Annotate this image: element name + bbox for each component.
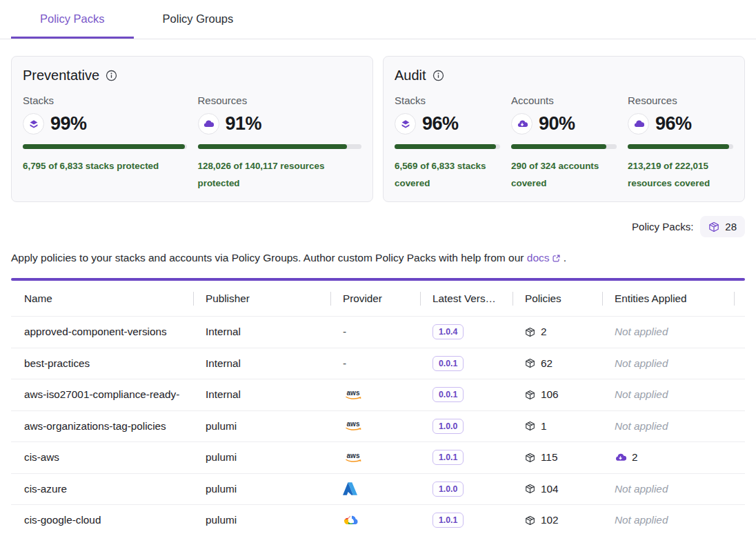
table-row[interactable]: cis-google-cloud pulumi 1.0.1 102 Not ap… bbox=[11, 504, 745, 536]
policies-count: 102 bbox=[541, 514, 559, 526]
pack-name[interactable]: aws-iso27001-compliance-ready- bbox=[11, 388, 193, 401]
metric-percent: 91% bbox=[226, 113, 262, 135]
table-row[interactable]: aws-iso27001-compliance-ready- Internal … bbox=[11, 379, 745, 410]
intro-before: Apply policies to your stacks and accoun… bbox=[11, 252, 527, 264]
metric-label: Stacks bbox=[395, 95, 500, 106]
col-header-name: Name bbox=[11, 281, 193, 316]
package-icon bbox=[525, 453, 535, 463]
metric-accounts: Accounts 90% 290 of 324 accounts covered bbox=[511, 95, 617, 192]
table-row[interactable]: cis-aws pulumi 1.0.1 115 2 bbox=[11, 441, 745, 473]
table-row[interactable]: aws-organizations-tag-policies pulumi 1.… bbox=[11, 410, 745, 442]
package-icon bbox=[525, 390, 535, 400]
pack-name[interactable]: best-practices bbox=[11, 357, 193, 370]
progress-bar bbox=[395, 144, 500, 149]
progress-bar bbox=[23, 144, 187, 149]
pack-name[interactable]: approved-component-versions bbox=[11, 326, 193, 338]
aws-icon bbox=[343, 388, 364, 401]
entities-applied-status: Not applied bbox=[615, 326, 668, 338]
metric-resources: Resources 96% 213,219 of 222,015 resourc… bbox=[628, 95, 733, 192]
table-row[interactable]: best-practices Internal - 0.0.1 62 Not a… bbox=[11, 348, 745, 379]
tab-bar: Policy Packs Policy Groups bbox=[0, 0, 756, 39]
progress-bar bbox=[198, 144, 362, 149]
table-row[interactable]: approved-component-versions Internal - 1… bbox=[11, 316, 745, 348]
metric-percent: 96% bbox=[422, 113, 459, 135]
pack-publisher: Internal bbox=[193, 326, 330, 338]
external-link-icon[interactable] bbox=[552, 254, 561, 263]
policies-count: 2 bbox=[541, 326, 547, 338]
pack-name[interactable]: cis-azure bbox=[11, 483, 193, 495]
pack-provider bbox=[330, 514, 420, 526]
version-badge: 1.0.4 bbox=[432, 324, 464, 339]
col-header-spacer bbox=[734, 281, 746, 316]
docs-link[interactable]: docs bbox=[527, 252, 550, 264]
entities-applied-status: Not applied bbox=[615, 483, 668, 495]
pack-publisher: pulumi bbox=[193, 483, 330, 495]
pack-name[interactable]: aws-organizations-tag-policies bbox=[11, 420, 193, 433]
metric-caption: 290 of 324 accounts covered bbox=[511, 157, 617, 192]
policy-packs-count-value: 28 bbox=[725, 221, 737, 232]
col-header-policies: Policies bbox=[513, 281, 602, 316]
metric-label: Stacks bbox=[23, 95, 187, 106]
policies-count: 106 bbox=[541, 388, 559, 401]
package-icon bbox=[525, 421, 535, 431]
entities-applied-status: Not applied bbox=[615, 420, 668, 433]
policies-count: 62 bbox=[541, 357, 553, 370]
card-title: Audit bbox=[395, 68, 426, 83]
pack-publisher: pulumi bbox=[193, 514, 330, 526]
pack-provider bbox=[330, 419, 420, 433]
version-badge: 1.0.0 bbox=[432, 482, 464, 497]
pack-name[interactable]: cis-google-cloud bbox=[11, 514, 193, 526]
metric-stacks: Stacks 99% 6,795 of 6,833 stacks protect… bbox=[23, 95, 187, 192]
pack-publisher: Internal bbox=[193, 388, 330, 401]
package-icon bbox=[525, 358, 535, 368]
info-icon[interactable] bbox=[106, 70, 117, 81]
metric-label: Accounts bbox=[511, 95, 617, 106]
aws-icon bbox=[343, 451, 364, 464]
cloud-icon bbox=[198, 113, 219, 135]
cloud-download-icon bbox=[511, 113, 533, 135]
table-row[interactable]: cis-azure pulumi 1.0.0 104 Not applied bbox=[11, 473, 745, 505]
col-header-provider: Provider bbox=[330, 281, 420, 316]
metric-stacks: Stacks 96% 6,569 of 6,833 stacks covered bbox=[395, 95, 500, 192]
version-badge: 1.0.1 bbox=[432, 450, 464, 465]
policy-packs-count-label: Policy Packs: bbox=[632, 221, 693, 232]
pack-provider bbox=[330, 482, 420, 495]
entities-applied-status: Not applied bbox=[615, 388, 668, 401]
pack-provider: - bbox=[330, 357, 420, 370]
cloud-icon bbox=[628, 113, 649, 135]
version-badge: 1.0.0 bbox=[432, 419, 464, 434]
pack-publisher: Internal bbox=[193, 357, 330, 370]
stack-icon bbox=[395, 113, 416, 135]
pack-publisher: pulumi bbox=[193, 420, 330, 433]
metric-label: Resources bbox=[198, 95, 362, 106]
stack-icon bbox=[23, 113, 44, 135]
col-header-entities-applied: Entities Applied bbox=[602, 281, 734, 316]
google-cloud-icon bbox=[343, 514, 359, 526]
intro-text: Apply policies to your stacks and accoun… bbox=[11, 252, 745, 264]
metric-percent: 90% bbox=[539, 113, 575, 135]
metric-label: Resources bbox=[628, 95, 733, 106]
entities-applied-status: Not applied bbox=[615, 357, 668, 370]
entities-applied-count: 2 bbox=[632, 451, 638, 464]
pack-provider: - bbox=[330, 326, 420, 338]
intro-after: . bbox=[561, 252, 567, 264]
policies-count: 115 bbox=[541, 451, 557, 464]
pack-provider bbox=[330, 451, 420, 464]
cloud-download-icon bbox=[615, 452, 626, 464]
preventative-card: Preventative Stacks 99% 6,795 of 6,833 s… bbox=[11, 56, 373, 202]
tab-policy-groups[interactable]: Policy Groups bbox=[134, 0, 263, 39]
pack-name[interactable]: cis-aws bbox=[11, 451, 193, 464]
metric-percent: 99% bbox=[50, 113, 87, 135]
pack-provider bbox=[330, 388, 420, 401]
azure-icon bbox=[343, 482, 357, 495]
audit-card: Audit Stacks 96% 6,569 of 6,833 stacks c… bbox=[383, 56, 745, 202]
metric-caption: 6,795 of 6,833 stacks protected bbox=[23, 157, 187, 175]
policies-count: 1 bbox=[541, 420, 547, 433]
col-header-publisher: Publisher bbox=[193, 281, 330, 316]
entities-applied-status: Not applied bbox=[615, 514, 668, 526]
metric-caption: 128,026 of 140,117 resources protected bbox=[198, 157, 362, 192]
tab-policy-packs[interactable]: Policy Packs bbox=[11, 0, 134, 39]
info-icon[interactable] bbox=[432, 70, 444, 81]
metric-caption: 6,569 of 6,833 stacks covered bbox=[395, 157, 500, 192]
version-badge: 0.0.1 bbox=[432, 387, 464, 402]
